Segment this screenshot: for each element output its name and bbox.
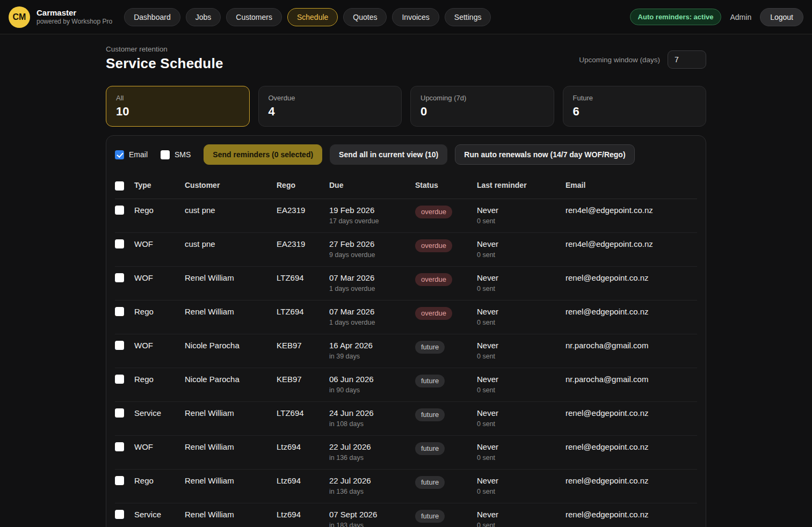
col-header-status: Status	[415, 181, 477, 189]
run-auto-renewals-button[interactable]: Run auto renewals now (14/7 day WOF/Rego…	[455, 144, 634, 165]
row-checkbox[interactable]	[115, 239, 124, 248]
cell-type: WOF	[134, 442, 185, 451]
cell-status: overdue	[415, 239, 477, 252]
cell-type: Service	[134, 408, 185, 418]
due-date: 22 Jul 2026	[329, 442, 415, 451]
cell-status: future	[415, 341, 477, 354]
last-reminder-count: 0 sent	[477, 420, 566, 428]
nav-item-quotes[interactable]: Quotes	[343, 8, 387, 26]
cell-last-reminder: Never 0 sent	[477, 375, 566, 394]
cell-due: 19 Feb 2026 17 days overdue	[329, 206, 415, 225]
status-badge: future	[415, 476, 445, 489]
last-reminder-value: Never	[477, 273, 566, 282]
cell-status: future	[415, 476, 477, 489]
nav-item-settings[interactable]: Settings	[445, 8, 491, 26]
cell-last-reminder: Never 0 sent	[477, 510, 566, 527]
nav-item-dashboard[interactable]: Dashboard	[124, 8, 180, 26]
cell-email: renel@edgepoint.co.nz	[566, 442, 697, 451]
stat-value: 0	[421, 105, 544, 119]
cell-email: renel@edgepoint.co.nz	[566, 476, 697, 485]
row-checkbox[interactable]	[115, 375, 124, 384]
page-head-titles: Customer retention Service Schedule	[106, 45, 223, 72]
row-checkbox[interactable]	[115, 206, 124, 215]
stat-cards: All 10 Overdue 4 Upcoming (7d) 0 Future …	[106, 86, 706, 127]
due-relative: 9 days overdue	[329, 251, 415, 259]
row-checkbox[interactable]	[115, 341, 124, 350]
logo-initials: CM	[13, 12, 26, 22]
cell-customer: Renel William	[185, 442, 277, 451]
email-channel-option[interactable]: Email	[115, 150, 148, 159]
stat-value: 4	[269, 105, 392, 119]
stat-label: Upcoming (7d)	[421, 94, 544, 102]
row-checkbox[interactable]	[115, 510, 124, 519]
row-checkbox[interactable]	[115, 273, 124, 282]
select-all-checkbox[interactable]	[115, 181, 124, 191]
due-date: 07 Mar 2026	[329, 307, 415, 316]
page-head: Customer retention Service Schedule Upco…	[106, 45, 706, 72]
sms-checkbox[interactable]	[161, 150, 170, 159]
send-all-button[interactable]: Send all in current view (10)	[330, 144, 447, 165]
stat-value: 10	[116, 105, 240, 119]
main-nav: Dashboard Jobs Customers Schedule Quotes…	[124, 8, 491, 26]
due-date: 07 Sept 2026	[329, 510, 415, 519]
top-navigation-bar: CM Carmaster powered by Workshop Pro Das…	[0, 0, 812, 34]
last-reminder-count: 0 sent	[477, 522, 566, 527]
last-reminder-value: Never	[477, 476, 566, 485]
cell-customer: cust pne	[185, 239, 277, 248]
cell-last-reminder: Never 0 sent	[477, 408, 566, 428]
cell-status: overdue	[415, 307, 477, 320]
stat-card-future[interactable]: Future 6	[563, 86, 707, 127]
cell-due: 22 Jul 2026 in 136 days	[329, 442, 415, 462]
row-checkbox[interactable]	[115, 442, 124, 451]
cell-email: renel@edgepoint.co.nz	[566, 408, 697, 418]
cell-customer: Renel William	[185, 408, 277, 418]
logout-button[interactable]: Logout	[760, 8, 803, 26]
cell-status: future	[415, 442, 477, 455]
cell-type: WOF	[134, 273, 185, 282]
stat-label: All	[116, 94, 240, 102]
cell-last-reminder: Never 0 sent	[477, 206, 566, 225]
table-row: Rego Renel William Ltz694 22 Jul 2026 in…	[115, 470, 697, 503]
stat-card-overdue[interactable]: Overdue 4	[258, 86, 402, 127]
cell-due: 27 Feb 2026 9 days overdue	[329, 239, 415, 259]
status-badge: overdue	[415, 307, 452, 320]
cell-due: 16 Apr 2026 in 39 days	[329, 341, 415, 360]
nav-item-invoices[interactable]: Invoices	[392, 8, 439, 26]
row-checkbox[interactable]	[115, 408, 124, 418]
stat-card-upcoming[interactable]: Upcoming (7d) 0	[410, 86, 554, 127]
row-checkbox[interactable]	[115, 307, 124, 316]
cell-due: 24 Jun 2026 in 108 days	[329, 408, 415, 428]
cell-type: Rego	[134, 206, 185, 215]
stat-label: Future	[573, 94, 697, 102]
email-checkbox[interactable]	[115, 150, 124, 159]
brand-name: Carmaster	[37, 8, 112, 18]
col-header-email: Email	[566, 181, 697, 189]
stat-card-all[interactable]: All 10	[106, 86, 250, 127]
cell-email: ren4el@edgepoint.co.nz	[566, 206, 697, 215]
nav-item-schedule[interactable]: Schedule	[287, 8, 338, 26]
sms-channel-option[interactable]: SMS	[161, 150, 191, 159]
status-badge: future	[415, 375, 445, 387]
send-reminders-button[interactable]: Send reminders (0 selected)	[204, 144, 322, 165]
cell-email: nr.parocha@gmail.com	[566, 375, 697, 384]
cell-due: 06 Jun 2026 in 90 days	[329, 375, 415, 394]
cell-due: 22 Jul 2026 in 136 days	[329, 476, 415, 495]
cell-type: Rego	[134, 375, 185, 384]
upcoming-window-input[interactable]	[668, 50, 706, 69]
table-row: Service Renel William LTZ694 24 Jun 2026…	[115, 402, 697, 436]
due-date: 24 Jun 2026	[329, 408, 415, 418]
due-relative: in 136 days	[329, 454, 415, 462]
nav-item-jobs[interactable]: Jobs	[186, 8, 221, 26]
cell-last-reminder: Never 0 sent	[477, 442, 566, 462]
row-checkbox[interactable]	[115, 476, 124, 485]
nav-item-customers[interactable]: Customers	[226, 8, 282, 26]
cell-rego: EA2319	[277, 206, 329, 215]
cell-status: future	[415, 510, 477, 523]
cell-due: 07 Sept 2026 in 183 days	[329, 510, 415, 527]
cell-rego: EA2319	[277, 239, 329, 248]
reminder-toolbar: Email SMS Send reminders (0 selected) Se…	[115, 144, 697, 165]
cell-type: Rego	[134, 476, 185, 485]
sms-checkbox-label: SMS	[175, 150, 191, 159]
brand-tagline: powered by Workshop Pro	[37, 18, 112, 26]
due-date: 19 Feb 2026	[329, 206, 415, 215]
